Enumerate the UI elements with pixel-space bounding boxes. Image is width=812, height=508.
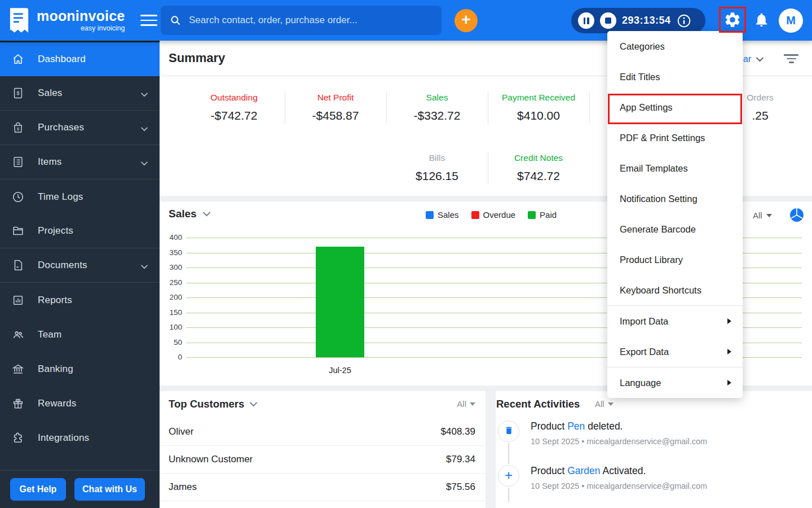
menu-item-app-settings[interactable]: App Settings [607, 92, 743, 122]
activity-subject-link[interactable]: Garden [567, 465, 600, 476]
activity-subject-link[interactable]: Pen [567, 421, 585, 432]
menu-item-generate-barcode[interactable]: Generate Barcode [607, 214, 743, 244]
menu-item-categories[interactable]: Categories [607, 31, 743, 62]
sidebar-item-rewards[interactable]: Rewards [0, 386, 160, 421]
menu-item-label: PDF & Print Settings [620, 133, 705, 143]
stat-payment-received: Payment Received$410.00 [476, 93, 601, 122]
y-axis-tick: 50 [161, 338, 182, 347]
activity-icon-badge [498, 421, 519, 442]
document-icon [12, 259, 24, 271]
sidebar-item-label: Documents [38, 260, 87, 271]
sidebar-item-documents[interactable]: Documents [0, 248, 160, 283]
chevron-down-icon [608, 402, 614, 406]
menu-item-product-library[interactable]: Product Library [607, 244, 743, 275]
add-new-button[interactable]: + [454, 9, 478, 32]
stat-credit-notes: Credit Notes$742.72 [476, 153, 601, 183]
menu-item-label: Import Data [620, 316, 668, 327]
menu-item-label: App Settings [620, 102, 673, 113]
sidebar-item-team[interactable]: Team [0, 317, 160, 352]
bank-icon [12, 363, 24, 375]
timer-widget: 293:13:54 [571, 8, 705, 33]
period-dropdown[interactable]: ar [743, 54, 764, 64]
customer-row-james[interactable]: James$75.56 [160, 474, 486, 501]
logo-title: mooninvoice [37, 9, 125, 23]
sidebar-item-label: Rewards [38, 398, 76, 409]
folder-icon [12, 225, 24, 237]
customers-filter-dropdown[interactable]: All [457, 399, 475, 409]
logo-subtitle: easy invoicing [37, 25, 125, 32]
menu-item-import-data[interactable]: Import Data [607, 306, 743, 336]
menu-item-label: Categories [620, 41, 665, 52]
sidebar-nav: Dashboard$Sales$PurchasesItemsTime LogsP… [0, 41, 160, 508]
sidebar-item-time-logs[interactable]: Time Logs [0, 179, 160, 214]
search-input[interactable] [189, 15, 433, 26]
sidebar-item-reports[interactable]: Reports [0, 283, 160, 317]
sidebar-item-projects[interactable]: Projects [0, 214, 160, 248]
menu-item-edit-titles[interactable]: Edit Titles [607, 62, 743, 92]
y-axis-tick: 350 [161, 248, 182, 257]
chevron-down-icon [756, 56, 764, 62]
bar-chart-icon [12, 294, 24, 306]
summary-title: Summary [169, 51, 225, 65]
chevron-down-icon [140, 89, 148, 97]
menu-item-pdf-print-settings[interactable]: PDF & Print Settings [607, 122, 743, 153]
y-axis-tick: 300 [161, 263, 182, 271]
app-logo[interactable]: mooninvoice easy invoicing [7, 7, 125, 33]
chevron-down-icon [140, 261, 148, 269]
info-icon[interactable] [677, 14, 691, 28]
sidebar-item-banking[interactable]: Banking [0, 352, 160, 386]
menu-item-keyboard-shortcuts[interactable]: Keyboard Shortcuts [607, 275, 743, 305]
sidebar-item-sales[interactable]: $Sales [0, 76, 160, 111]
menu-item-label: Edit Titles [620, 72, 660, 82]
top-customers-dropdown[interactable]: Top Customers [169, 398, 258, 410]
settings-dropdown-menu: CategoriesEdit TitlesApp SettingsPDF & P… [607, 31, 743, 398]
sidebar-item-purchases[interactable]: $Purchases [0, 111, 160, 145]
activities-filter-dropdown[interactable]: All [595, 399, 614, 409]
hamburger-menu-icon[interactable] [140, 11, 157, 29]
timeline-connector [508, 488, 509, 502]
notifications-bell-icon[interactable] [753, 11, 770, 28]
sidebar-item-label: Items [38, 156, 62, 168]
purchases-bag-icon: $ [12, 121, 24, 134]
menu-item-label: Generate Barcode [620, 224, 696, 235]
gift-icon [12, 397, 24, 410]
sidebar-item-label: Purchases [38, 122, 84, 133]
timer-stop-button[interactable] [600, 12, 616, 29]
sidebar-item-integrations[interactable]: Integrations [0, 421, 160, 455]
svg-text:$: $ [17, 126, 20, 132]
puzzle-icon [12, 432, 24, 444]
user-avatar[interactable]: M [779, 8, 803, 33]
menu-item-label: Product Library [620, 255, 683, 265]
menu-item-export-data[interactable]: Export Data [607, 336, 743, 367]
sidebar-item-items[interactable]: Items [0, 145, 160, 179]
top-customers-card: Top Customers All Oliver$408.39Unknown C… [160, 391, 486, 508]
recent-activities-title: Recent Activities [496, 398, 580, 410]
menu-item-label: Keyboard Shortcuts [620, 285, 701, 296]
chat-with-us-button[interactable]: Chat with Us [74, 478, 145, 501]
menu-item-email-templates[interactable]: Email Templates [607, 153, 743, 183]
menu-item-label: Email Templates [620, 163, 688, 174]
activity-icon-badge: + [498, 465, 519, 487]
bar-paid-Jul-25[interactable] [316, 247, 364, 357]
timer-pause-button[interactable] [578, 12, 594, 29]
settings-gear-icon[interactable] [723, 11, 742, 29]
activity-item[interactable]: +Product Garden Activated.10 Sept 2025 •… [496, 465, 811, 491]
search-icon [170, 15, 181, 26]
y-axis-tick: 0 [161, 353, 182, 361]
customer-amount: $75.56 [446, 481, 475, 493]
clock-icon [12, 191, 24, 203]
plus-icon: + [505, 468, 513, 482]
menu-item-notification-setting[interactable]: Notification Setting [607, 183, 743, 214]
sidebar-item-dashboard[interactable]: Dashboard [0, 42, 160, 76]
filter-icon[interactable] [784, 54, 798, 65]
y-axis-tick: 150 [161, 308, 182, 317]
customer-row-oliver[interactable]: Oliver$408.39 [160, 418, 486, 446]
sidebar-footer: Get Help Chat with Us [0, 470, 160, 508]
get-help-button[interactable]: Get Help [10, 478, 66, 501]
customer-row-unknown-customer[interactable]: Unknown Customer$79.34 [160, 446, 486, 474]
period-dropdown-label: ar [743, 54, 751, 64]
y-axis-tick: 200 [161, 293, 182, 301]
menu-item-language[interactable]: Language [607, 367, 743, 398]
activity-item[interactable]: Product Pen deleted.10 Sept 2025 • micea… [496, 421, 811, 446]
sidebar-item-label: Time Logs [38, 191, 83, 203]
